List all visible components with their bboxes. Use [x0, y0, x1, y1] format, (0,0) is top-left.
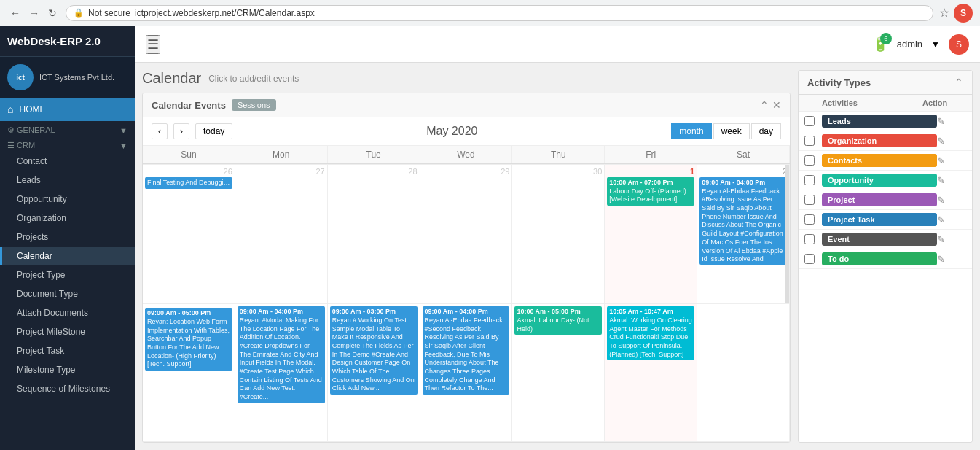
cell-thu-30[interactable]: 30	[512, 164, 605, 303]
header-sun: Sun	[143, 146, 235, 163]
sidebar-sub-project-type[interactable]: Project Type	[0, 265, 135, 284]
sidebar-sub-project-milestone[interactable]: Project MileStone	[0, 322, 135, 341]
edit-contacts-icon[interactable]: ✎	[937, 155, 966, 166]
checkbox-event[interactable]	[804, 234, 815, 244]
checkbox-project-task[interactable]	[804, 214, 815, 225]
collapse-activity-button[interactable]: ⌃	[954, 77, 963, 88]
refresh-button[interactable]: ↻	[45, 4, 60, 22]
sidebar-sub-attach-docs[interactable]: Attach Documents	[0, 303, 135, 322]
back-button[interactable]: ←	[7, 4, 23, 22]
bookmark-button[interactable]: ☆	[939, 6, 949, 20]
browser-actions: ☆ S	[939, 4, 973, 23]
checkbox-project[interactable]	[804, 195, 815, 205]
sidebar-sub-calendar[interactable]: Calendar	[0, 247, 135, 265]
edit-project-task-icon[interactable]: ✎	[937, 214, 966, 225]
event-fri-r2-text: Akmal: Working On Clearing Agent Master …	[609, 317, 692, 359]
collapse-button[interactable]: ⌃	[760, 99, 769, 111]
sidebar-sub-projects[interactable]: Projects	[0, 228, 135, 247]
event-tue-r2-time: 09:00 Am - 03:00 Pm	[332, 308, 396, 315]
day-view-button[interactable]: day	[751, 123, 781, 139]
badge-event: Event	[822, 233, 937, 246]
sidebar-item-general[interactable]: ⚙ General ▼	[0, 121, 135, 136]
notification-button[interactable]: 🔋 6	[872, 36, 888, 53]
not-secure-label: Not secure	[88, 8, 130, 18]
browser-nav[interactable]: ← → ↻	[7, 4, 60, 22]
close-widget-button[interactable]: ✕	[772, 99, 781, 111]
hamburger-button[interactable]: ☰	[146, 35, 160, 54]
cell-fri-r2[interactable]: 10:05 Am - 10:47 Am Akmal: Working On Cl…	[605, 303, 697, 442]
event-mon-r2[interactable]: 09:00 Am - 04:00 Pm Reyan: #Modal Making…	[238, 306, 325, 403]
event-tue-r2[interactable]: 09:00 Am - 03:00 Pm Reyan:# Working On T…	[330, 306, 418, 395]
checkbox-leads[interactable]	[804, 116, 815, 126]
event-thu-r2[interactable]: 10:00 Am - 05:00 Pm Akmal: Labour Day- (…	[514, 306, 602, 335]
checkbox-opportunity[interactable]	[804, 175, 815, 185]
edit-event-icon[interactable]: ✎	[937, 234, 966, 245]
edit-project-icon[interactable]: ✎	[937, 195, 966, 206]
event-sun-r2[interactable]: 09:00 Am - 05:00 Pm Reyan: Location Web …	[145, 308, 232, 371]
header-tue: Tue	[328, 146, 420, 163]
cell-wed-29[interactable]: 29	[420, 164, 513, 303]
badge-opportunity: Opportunity	[822, 174, 937, 187]
sidebar-item-home[interactable]: ⌂ HOME	[0, 98, 135, 121]
cell-thu-r2[interactable]: 10:00 Am - 05:00 Pm Akmal: Labour Day- (…	[512, 303, 605, 442]
week-view-button[interactable]: week	[713, 123, 750, 139]
calendar-widget-title: Calendar Events	[152, 100, 226, 111]
cell-mon-r2[interactable]: 09:00 Am - 04:00 Pm Reyan: #Modal Making…	[235, 303, 328, 442]
sidebar-sub-project-task[interactable]: Project Task	[0, 341, 135, 360]
cell-sat-2[interactable]: 2 09:00 Am - 04:00 Pm Reyan Al-Ebdaa Fee…	[697, 164, 790, 303]
content-wrapper: Calendar Click to add/edit events Calend…	[135, 63, 980, 450]
checkbox-todo[interactable]	[804, 254, 815, 264]
cell-tue-28[interactable]: 28	[328, 164, 420, 303]
prev-month-button[interactable]: ‹	[152, 123, 168, 139]
sidebar-sub-milestone-type[interactable]: Milestone Type	[0, 360, 135, 379]
checkbox-contacts[interactable]	[804, 155, 815, 166]
col-action-header: Action	[922, 98, 966, 107]
today-button[interactable]: today	[195, 123, 232, 139]
event-tue-r2-text: Reyan:# Working On Test Sample Modal Tab…	[332, 317, 415, 393]
calendar-controls: ‹ › today May 2020 month week day	[143, 117, 790, 146]
month-view-button[interactable]: month	[671, 123, 711, 139]
cell-fri-1[interactable]: 1 10:00 Am - 07:00 Pm Labour Day Off- (P…	[605, 164, 697, 303]
event-mon-r2-time: 09:00 Am - 04:00 Pm	[240, 308, 303, 315]
cell-wed-r2[interactable]: 09:00 Am - 04:00 Pm Reyan Al-Ebdaa Feedb…	[420, 303, 513, 442]
company-logo: ict	[7, 64, 34, 90]
activity-panel-title: Activity Types	[807, 77, 954, 88]
event-mon-r2-text: Reyan: #Modal Making For The Location Pa…	[240, 317, 323, 402]
sidebar-item-crm[interactable]: ☰ CRM ▼	[0, 136, 135, 152]
edit-todo-icon[interactable]: ✎	[937, 254, 966, 265]
date-27: 27	[238, 167, 325, 176]
event-sat-r1[interactable]: 09:00 Am - 04:00 Pm Reyan Al-Ebdaa Feedb…	[699, 177, 787, 265]
forward-button[interactable]: →	[26, 4, 42, 22]
calendar-body: 26 Final Testing And Debugging Of Termin…	[143, 164, 790, 442]
next-month-button[interactable]: ›	[173, 123, 189, 139]
cell-sat-r2[interactable]	[697, 303, 790, 442]
scrollbar[interactable]	[785, 165, 789, 303]
edit-leads-icon[interactable]: ✎	[937, 116, 966, 127]
address-bar[interactable]: 🔒 Not secure ictproject.webdeskerp.net/C…	[66, 5, 933, 21]
event-wed-r2[interactable]: 09:00 Am - 04:00 Pm Reyan Al-Ebdaa Feedb…	[423, 306, 510, 395]
event-fri-r2[interactable]: 10:05 Am - 10:47 Am Akmal: Working On Cl…	[607, 306, 694, 360]
sidebar-sub-leads[interactable]: Leads	[0, 171, 135, 190]
event-fri-r1[interactable]: 10:00 Am - 07:00 Pm Labour Day Off- (Pla…	[607, 177, 694, 206]
sidebar-sub-sequence-milestones[interactable]: Sequence of Milestones	[0, 379, 135, 398]
event-sat-r1-time: 09:00 Am - 04:00 Pm	[702, 179, 765, 186]
browser-profile[interactable]: S	[954, 4, 973, 23]
sidebar-sub-opportunity[interactable]: Oppourtunity	[0, 190, 135, 209]
sidebar-sub-contact[interactable]: Contact	[0, 152, 135, 171]
edit-organization-icon[interactable]: ✎	[937, 136, 966, 147]
admin-avatar[interactable]: S	[949, 34, 969, 55]
col-checkbox-header	[804, 98, 822, 107]
edit-opportunity-icon[interactable]: ✎	[937, 175, 966, 186]
checkbox-organization[interactable]	[804, 136, 815, 146]
general-label: ⚙ General	[7, 125, 55, 135]
admin-label[interactable]: admin	[897, 39, 922, 50]
cell-tue-r2[interactable]: 09:00 Am - 03:00 Pm Reyan:# Working On T…	[328, 303, 420, 442]
lock-icon: 🔒	[74, 8, 84, 18]
cell-sun-r2[interactable]: 09:00 Am - 05:00 Pm Reyan: Location Web …	[143, 303, 235, 442]
cell-sun-26[interactable]: 26 Final Testing And Debugging Of Termin…	[143, 164, 235, 303]
sidebar-sub-document-type[interactable]: Document Type	[0, 284, 135, 303]
sidebar-sub-organization[interactable]: Organization	[0, 209, 135, 228]
event-span-row1[interactable]: Final Testing And Debugging Of Terminal …	[145, 177, 232, 189]
cell-mon-27[interactable]: 27	[235, 164, 328, 303]
date-30: 30	[514, 167, 602, 176]
